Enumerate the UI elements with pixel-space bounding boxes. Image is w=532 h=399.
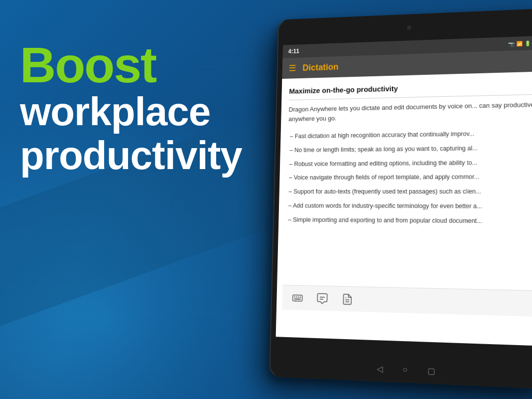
- tablet-body: 4:11 📷 📶 🔋 ··· ☰ Dictation Maximize on-t…: [269, 8, 532, 389]
- tablet-screen: 4:11 📷 📶 🔋 ··· ☰ Dictation Maximize on-t…: [276, 36, 532, 346]
- home-button[interactable]: ○: [402, 365, 407, 375]
- doc-feature-list: – Fast dictation at high recognition acc…: [286, 129, 532, 226]
- list-item: – Voice navigate through fields of repor…: [287, 172, 532, 183]
- svg-rect-0: [293, 295, 302, 301]
- list-item: – Fast dictation at high recognition acc…: [288, 129, 532, 141]
- doc-intro: Dragon Anywhere lets you dictate and edi…: [288, 99, 532, 124]
- chat-icon[interactable]: [314, 290, 330, 307]
- document-content: Maximize on-the-go productivity Dragon A…: [278, 71, 532, 234]
- list-item: – No time or length limits; speak as lon…: [287, 143, 532, 155]
- doc-heading: Maximize on-the-go productivity: [289, 80, 532, 100]
- subtitle-line2: productivity: [20, 133, 242, 178]
- bottom-navigation: [282, 285, 532, 317]
- status-time: 4:11: [288, 48, 299, 55]
- signal-icon: 📶: [516, 41, 522, 46]
- hamburger-icon[interactable]: ☰: [288, 64, 296, 72]
- list-item: – Support for auto-texts (frequently use…: [286, 187, 532, 197]
- list-item: – Robust voice formatting and editing op…: [287, 158, 532, 169]
- document-icon[interactable]: [339, 291, 355, 307]
- front-camera: [407, 25, 411, 29]
- list-item: – Simple importing and exporting to and …: [286, 215, 532, 226]
- list-item: – Add custom words for industry-specific…: [286, 201, 532, 211]
- keyboard-icon[interactable]: [290, 290, 305, 306]
- app-title: Dictation: [302, 62, 338, 73]
- camera-icon: 📷: [508, 41, 514, 46]
- battery-icon: 🔋: [525, 40, 531, 46]
- tablet-device: 4:11 📷 📶 🔋 ··· ☰ Dictation Maximize on-t…: [269, 8, 532, 389]
- subtitle-line1: workplace: [20, 89, 210, 134]
- recents-button[interactable]: ▢: [427, 366, 435, 376]
- boost-heading: Boost: [20, 40, 279, 90]
- back-button[interactable]: ◁: [377, 364, 383, 374]
- subtitle-text: workplace productivity: [20, 90, 279, 178]
- left-panel: Boost workplace productivity: [20, 40, 279, 178]
- status-icons: 📷 📶 🔋 ···: [508, 40, 532, 47]
